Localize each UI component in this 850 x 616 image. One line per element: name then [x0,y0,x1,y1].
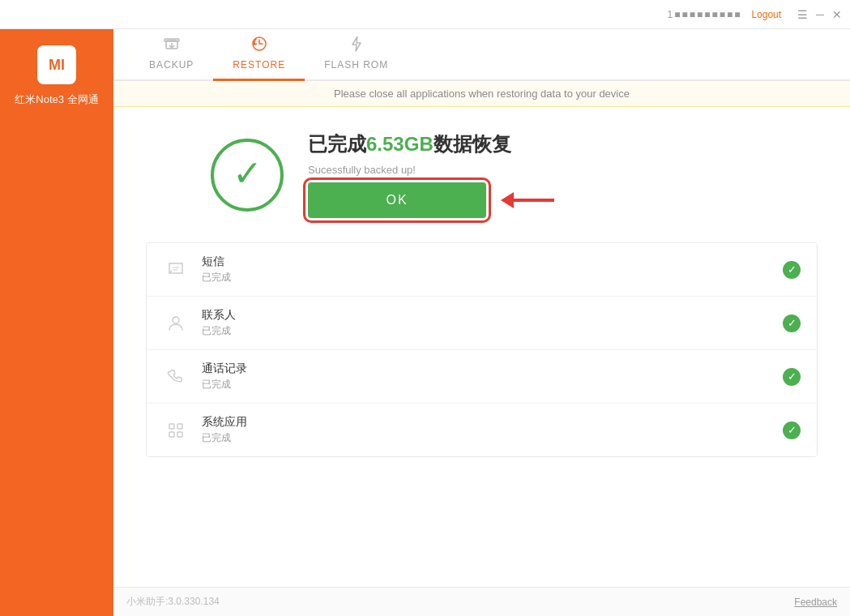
contacts-icon [163,310,189,336]
close-icon[interactable]: ✕ [832,9,842,20]
tab-backup-label: BACKUP [149,59,194,71]
ok-button[interactable]: OK [308,182,486,218]
apps-check-icon: ✓ [783,421,801,439]
sms-name: 短信 [202,255,770,269]
calls-icon [163,364,189,390]
contacts-check-icon: ✓ [783,314,801,332]
main-content: ✓ 已完成6.53GB数据恢复 Sucessfully backed up! O… [113,107,850,587]
arrow-head-icon [501,192,514,208]
success-size: 6.53GB [366,133,434,155]
feedback-link[interactable]: Feedback [794,597,837,608]
sidebar: MI 红米Note3 全网通 [0,29,113,616]
success-title: 已完成6.53GB数据恢复 [308,131,554,157]
svg-rect-7 [169,424,174,429]
sms-icon [163,257,189,283]
restore-icon [251,36,267,56]
svg-rect-9 [169,432,174,437]
window-controls: ☰ ─ ✕ [797,9,842,20]
footer-version: 小米助手:3.0.330.134 [126,595,220,609]
flash-icon [350,36,363,56]
success-info: 已完成6.53GB数据恢复 Sucessfully backed up! OK [308,131,554,218]
apps-status: 已完成 [202,431,770,445]
list-item: 系统应用 已完成 ✓ [147,404,817,456]
tab-restore-label: RESTORE [233,59,285,71]
success-title-prefix: 已完成 [308,133,366,155]
calls-check-icon: ✓ [783,368,801,386]
footer: 小米助手:3.0.330.134 Feedback [113,587,850,616]
minimize-icon[interactable]: ─ [816,9,824,20]
calls-name: 通话记录 [202,361,770,376]
list-item: 通话记录 已完成 ✓ [147,350,817,404]
tab-backup[interactable]: BACKUP [130,37,213,81]
logout-button[interactable]: Logout [751,9,781,20]
sidebar-logo: MI [37,45,76,84]
warning-banner: Please close all applications when resto… [113,81,850,107]
svg-rect-8 [177,424,182,429]
menu-icon[interactable]: ☰ [797,9,808,20]
warning-text: Please close all applications when resto… [334,88,630,100]
arrow-indicator [501,192,554,208]
check-circle: ✓ [211,139,284,212]
contacts-info: 联系人 已完成 [202,308,770,338]
success-section: ✓ 已完成6.53GB数据恢复 Sucessfully backed up! O… [146,131,818,218]
titlebar: 1■■■■■■■■■ Logout ☰ ─ ✕ [0,0,850,29]
calls-info: 通话记录 已完成 [202,361,770,391]
sms-check-icon: ✓ [783,261,801,279]
backup-icon [164,37,180,56]
titlebar-user: 1■■■■■■■■■ [667,9,741,20]
apps-icon [163,417,189,443]
svg-rect-10 [177,432,182,437]
svg-point-6 [173,317,179,323]
app-container: MI 红米Note3 全网通 BACKUP [0,29,850,616]
apps-name: 系统应用 [202,415,770,430]
ok-btn-wrapper: OK [308,182,554,218]
apps-info: 系统应用 已完成 [202,415,770,445]
success-title-suffix: 数据恢复 [434,133,511,155]
logo-text: MI [49,57,65,74]
check-mark-icon: ✓ [233,156,263,191]
success-subtitle: Sucessfully backed up! [308,164,554,176]
tabbar: BACKUP RESTORE [113,29,850,81]
items-list: 短信 已完成 ✓ 联系人 已完成 [146,242,818,457]
contacts-name: 联系人 [202,308,770,323]
device-name: 红米Note3 全网通 [15,92,98,107]
tab-flash[interactable]: FLASH ROM [305,36,408,81]
list-item: 短信 已完成 ✓ [147,243,817,297]
sms-info: 短信 已完成 [202,255,770,284]
contacts-status: 已完成 [202,324,770,338]
arrow-line [514,199,554,202]
tab-restore[interactable]: RESTORE [213,36,305,81]
calls-status: 已完成 [202,378,770,391]
content-area: BACKUP RESTORE [113,29,850,616]
list-item: 联系人 已完成 ✓ [147,297,817,350]
tab-flash-label: FLASH ROM [324,59,388,71]
sms-status: 已完成 [202,271,770,284]
